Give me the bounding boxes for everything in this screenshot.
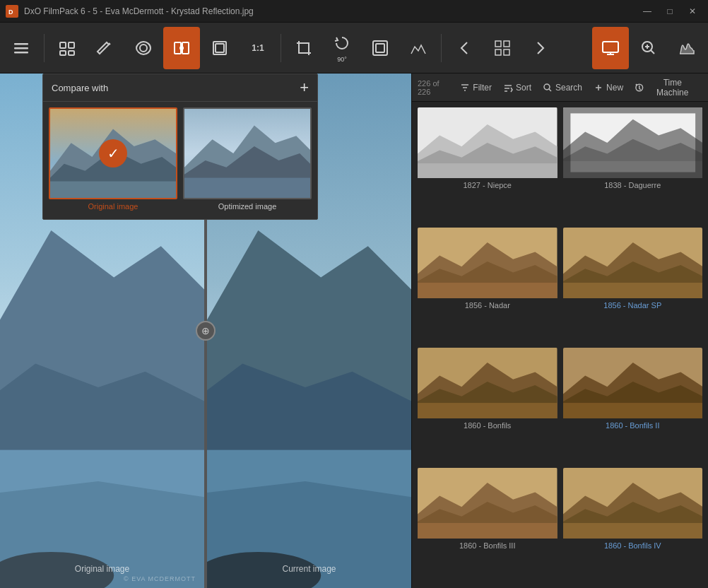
histogram-button[interactable] xyxy=(668,27,705,69)
svg-rect-2 xyxy=(14,43,28,45)
preset-label-bonfils-iii: 1860 - Bonfils III xyxy=(418,539,557,553)
new-button[interactable]: New xyxy=(589,78,627,97)
preset-item-bonfils-ii[interactable]: 1860 - Bonfils II xyxy=(563,348,703,462)
compare-optimized-thumb xyxy=(183,107,312,199)
compare-optimized-item[interactable]: Optimized image xyxy=(183,107,312,213)
time-machine-button[interactable]: Time Machine xyxy=(630,78,702,97)
menu-button[interactable] xyxy=(3,27,40,69)
compare-button[interactable] xyxy=(163,27,200,69)
compare-original-label: Original image xyxy=(49,199,177,213)
compare-original-item[interactable]: ✓ Original image xyxy=(49,107,177,213)
close-button[interactable]: ✕ xyxy=(683,4,702,18)
svg-rect-72 xyxy=(563,403,703,418)
svg-rect-6 xyxy=(69,42,74,48)
preset-label-nadar: 1856 - Nadar xyxy=(418,298,557,312)
preset-item-daguerre[interactable]: 1838 - Daguerre xyxy=(563,107,703,222)
svg-point-45 xyxy=(544,84,550,90)
display-button[interactable] xyxy=(592,27,629,69)
preset-thumb-bonfils-iv xyxy=(563,468,703,539)
main-content: Compare with + xyxy=(0,74,708,588)
preset-item-bonfils[interactable]: 1860 - Bonfils xyxy=(418,348,557,462)
library-button[interactable] xyxy=(49,27,85,69)
svg-rect-18 xyxy=(504,41,509,47)
compare-original-thumb: ✓ xyxy=(49,107,177,199)
preset-thumb-nadar xyxy=(418,228,557,298)
svg-rect-14 xyxy=(216,44,224,52)
svg-rect-68 xyxy=(418,403,557,418)
ratio-button[interactable]: 1:1 xyxy=(240,27,276,69)
minimize-button[interactable]: — xyxy=(637,4,657,18)
grid-button[interactable] xyxy=(484,27,521,69)
compare-selected-check: ✓ xyxy=(99,139,127,167)
svg-rect-64 xyxy=(563,283,703,298)
compare-header: Compare with + xyxy=(43,74,317,102)
toolbar-sep-2 xyxy=(281,34,281,62)
svg-text:D: D xyxy=(8,8,13,16)
right-pane-label: Current image xyxy=(282,564,336,574)
back-button[interactable] xyxy=(446,27,483,69)
toolbar-sep-1 xyxy=(44,34,45,62)
zoom-button[interactable] xyxy=(630,27,667,69)
window-controls: — □ ✕ xyxy=(637,4,702,18)
svg-rect-76 xyxy=(418,523,557,539)
preset-thumb-bonfils-iii xyxy=(418,468,557,539)
crop-button[interactable] xyxy=(285,27,322,69)
svg-rect-50 xyxy=(418,163,557,178)
svg-rect-5 xyxy=(60,42,66,48)
preset-item-nadar[interactable]: 1856 - Nadar xyxy=(418,228,557,342)
preset-grid: 1827 - Niepce 1838 - Daguerre xyxy=(412,102,708,588)
center-area: Compare with + xyxy=(0,74,411,588)
filter-label: Filter xyxy=(473,83,492,93)
view-button[interactable] xyxy=(125,27,162,69)
levels-button[interactable] xyxy=(400,27,437,69)
preset-label-bonfils-ii: 1860 - Bonfils II xyxy=(563,418,703,433)
app-icon: D xyxy=(6,5,18,18)
svg-rect-19 xyxy=(495,49,501,55)
preset-thumb-nadar-sp xyxy=(563,228,703,298)
left-pane-label: Original image xyxy=(75,564,129,574)
preset-item-bonfils-iv[interactable]: 1860 - Bonfils IV xyxy=(563,468,703,582)
new-label: New xyxy=(606,83,623,93)
svg-rect-21 xyxy=(603,42,618,52)
preset-item-niepce[interactable]: 1827 - Niepce xyxy=(418,107,557,222)
titlebar: D DxO FilmPack 6 - 5 - Eva McDermott - K… xyxy=(0,0,708,23)
search-button[interactable]: Search xyxy=(538,78,586,97)
search-label: Search xyxy=(555,83,582,93)
preset-label-niepce: 1827 - Niepce xyxy=(418,178,557,192)
filter-button[interactable]: Filter xyxy=(456,78,496,97)
preset-count: 226 of 226 xyxy=(418,79,453,96)
compare-optimized-label: Optimized image xyxy=(183,199,312,213)
maximize-button[interactable]: □ xyxy=(660,4,680,18)
preset-thumb-bonfils xyxy=(418,348,557,418)
rotate-button[interactable]: 90° xyxy=(324,27,360,69)
right-toolbar: 226 of 226 Filter Sort Search New Time M… xyxy=(412,74,708,102)
svg-rect-26 xyxy=(50,182,176,198)
edit-button[interactable] xyxy=(87,27,124,69)
svg-rect-16 xyxy=(376,44,384,52)
svg-rect-20 xyxy=(504,49,509,55)
compare-dropdown: Compare with + xyxy=(42,74,318,220)
fullscreen-button[interactable] xyxy=(201,27,238,69)
window-title: DxO FilmPack 6 - 5 - Eva McDermott - Kry… xyxy=(24,6,637,16)
right-panel: 226 of 226 Filter Sort Search New Time M… xyxy=(411,74,708,588)
preset-item-nadar-sp[interactable]: 1856 - Nadar SP xyxy=(563,228,703,342)
ratio-label: 1:1 xyxy=(252,43,264,53)
svg-point-9 xyxy=(140,45,147,52)
sort-button[interactable]: Sort xyxy=(499,78,536,97)
svg-rect-80 xyxy=(563,523,703,539)
svg-rect-17 xyxy=(495,41,501,47)
svg-rect-3 xyxy=(14,47,28,49)
frame-button[interactable] xyxy=(362,27,399,69)
compare-add-button[interactable]: + xyxy=(300,80,309,95)
preset-label-bonfils-iv: 1860 - Bonfils IV xyxy=(563,539,703,553)
preset-thumb-niepce xyxy=(418,107,557,178)
split-handle[interactable]: ⊕ xyxy=(196,321,216,341)
preset-label-bonfils: 1860 - Bonfils xyxy=(418,418,557,433)
rotate-label: 90° xyxy=(337,56,347,63)
svg-rect-30 xyxy=(184,178,310,198)
forward-button[interactable] xyxy=(522,27,559,69)
compare-images-container: ✓ Original image xyxy=(43,102,317,219)
toolbar-sep-3 xyxy=(441,34,442,62)
preset-item-bonfils-iii[interactable]: 1860 - Bonfils III xyxy=(418,468,557,582)
svg-point-12 xyxy=(179,46,184,50)
